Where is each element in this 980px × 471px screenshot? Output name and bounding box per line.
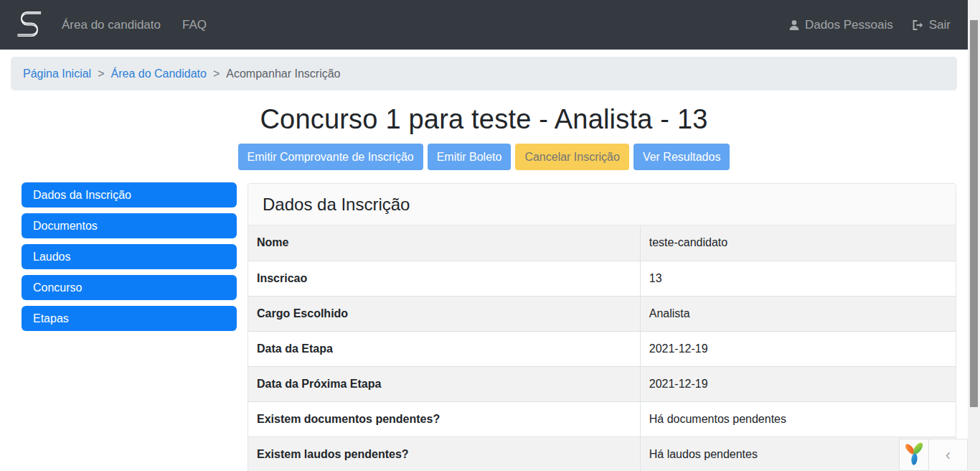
sidebar-item-documentos[interactable]: Documentos: [22, 213, 237, 238]
row-value: 13: [640, 261, 956, 296]
card-title: Dados da Inscrição: [248, 184, 956, 225]
cancelar-inscricao-button[interactable]: Cancelar Inscrição: [515, 144, 629, 170]
row-label: Data da Próxima Etapa: [248, 366, 640, 401]
row-label: Data da Etapa: [248, 331, 640, 366]
table-row: Existem documentos pendentes? Há documen…: [248, 401, 956, 437]
main-content: Concurso 1 para teste - Analista - 13 Em…: [0, 0, 968, 471]
row-value: 2021-12-19: [640, 331, 956, 366]
sidebar-menu: Dados da Inscrição Documentos Laudos Con…: [22, 182, 237, 331]
vertical-scrollbar[interactable]: [968, 0, 980, 471]
emitir-boleto-button[interactable]: Emitir Boleto: [428, 144, 512, 170]
scrollbar-thumb[interactable]: [970, 20, 978, 407]
table-row: Cargo Escolhido Analista: [248, 296, 956, 331]
row-value: Há documentos pendentes: [640, 401, 956, 437]
row-label: Cargo Escolhido: [248, 296, 640, 331]
table-row: Existem laudos pendentes? Há laudos pend…: [248, 437, 956, 471]
vlibras-collapse-button[interactable]: ‹: [929, 439, 968, 471]
page-title: Concurso 1 para teste - Analista - 13: [0, 104, 968, 135]
row-value: 2021-12-19: [640, 366, 956, 401]
row-value: teste-candidato: [640, 225, 956, 261]
sidebar-item-dados-da-inscricao[interactable]: Dados da Inscrição: [22, 182, 237, 207]
row-label: Nome: [248, 225, 640, 261]
ver-resultados-button[interactable]: Ver Resultados: [633, 144, 730, 170]
action-buttons: Emitir Comprovante de Inscrição Emitir B…: [0, 144, 968, 170]
sidebar-item-etapas[interactable]: Etapas: [22, 306, 237, 331]
inscription-data-card: Dados da Inscrição Nome teste-candidato …: [248, 183, 956, 471]
row-label: Existem laudos pendentes?: [248, 437, 640, 471]
emitir-comprovante-button[interactable]: Emitir Comprovante de Inscrição: [238, 144, 423, 170]
vlibras-button[interactable]: [899, 439, 929, 471]
table-row: Inscricao 13: [248, 261, 956, 296]
table-row: Data da Próxima Etapa 2021-12-19: [248, 366, 956, 401]
inscription-table: Nome teste-candidato Inscricao 13 Cargo …: [248, 225, 956, 471]
vlibras-hands-icon: [903, 441, 925, 470]
table-row: Nome teste-candidato: [248, 225, 956, 261]
vlibras-widget: ‹: [899, 439, 968, 471]
table-row: Data da Etapa 2021-12-19: [248, 331, 956, 366]
row-label: Inscricao: [248, 261, 640, 296]
chevron-left-icon: ‹: [946, 446, 951, 465]
row-value: Analista: [640, 296, 956, 331]
row-label: Existem documentos pendentes?: [248, 401, 640, 437]
sidebar-item-concurso[interactable]: Concurso: [22, 275, 237, 300]
sidebar-item-laudos[interactable]: Laudos: [22, 244, 237, 269]
page: Área do candidato FAQ Dados Pessoais: [0, 0, 980, 471]
